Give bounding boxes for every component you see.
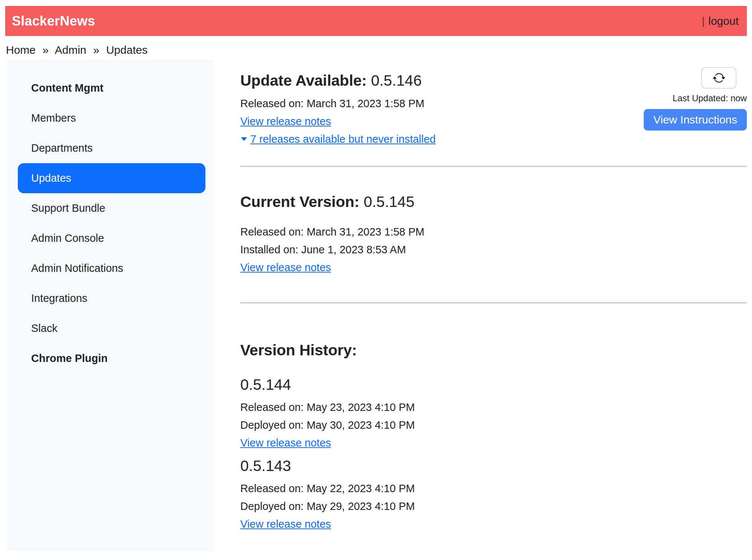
release-notes-link[interactable]: View release notes [240, 518, 331, 530]
current-version-heading: Current Version: 0.5.145 [240, 193, 747, 211]
logout-area: | logout [702, 15, 739, 27]
version-history-section: Version History: 0.5.144 Released on: Ma… [240, 341, 747, 533]
update-available-label: Update Available: [240, 72, 367, 89]
sidebar-item-admin-notifications[interactable]: Admin Notifications [18, 253, 205, 283]
brand-title: SlackerNews [12, 13, 95, 29]
caret-down-icon [240, 135, 248, 143]
sidebar-item-support-bundle[interactable]: Support Bundle [18, 193, 205, 223]
breadcrumb-separator: » [42, 44, 49, 56]
version-history-heading: Version History: [240, 341, 747, 359]
last-updated-text: Last Updated: now [673, 92, 747, 104]
version-history-entry: 0.5.144 Released on: May 23, 2023 4:10 P… [240, 376, 747, 452]
current-version-number: 0.5.145 [364, 193, 415, 210]
update-available-version: 0.5.146 [371, 72, 422, 89]
release-notes-link[interactable]: View release notes [240, 261, 331, 273]
sidebar-item-chrome-plugin[interactable]: Chrome Plugin [18, 343, 205, 373]
release-notes-link[interactable]: View release notes [240, 115, 331, 127]
sidebar-item-departments[interactable]: Departments [18, 133, 205, 163]
breadcrumb-admin[interactable]: Admin [55, 44, 86, 56]
logout-link[interactable]: logout [708, 15, 739, 27]
released-on-text: Released on: March 31, 2023 1:58 PM [240, 223, 747, 241]
breadcrumb-updates[interactable]: Updates [106, 44, 148, 56]
sidebar-item-members[interactable]: Members [18, 103, 205, 133]
sidebar-item-admin-console[interactable]: Admin Console [18, 223, 205, 253]
view-instructions-button[interactable]: View Instructions [644, 109, 747, 131]
released-on-text: Released on: May 22, 2023 4:10 PM [240, 480, 747, 497]
release-notes-link[interactable]: View release notes [240, 437, 331, 449]
current-version-label: Current Version: [240, 193, 359, 210]
sidebar-item-slack[interactable]: Slack [18, 313, 205, 343]
current-version-section: Current Version: 0.5.145 Released on: Ma… [240, 193, 747, 276]
main-content: Last Updated: now View Instructions Upda… [214, 60, 747, 533]
sidebar-item-updates[interactable]: Updates [18, 163, 205, 193]
refresh-button[interactable] [701, 67, 736, 89]
main-layout: Content Mgmt Members Departments Updates… [5, 60, 747, 551]
installed-on-text: Installed on: June 1, 2023 8:53 AM [240, 241, 747, 258]
releases-toggle-line: 7 releases available but never installed [240, 130, 747, 148]
sidebar-item-content-mgmt[interactable]: Content Mgmt [18, 73, 205, 103]
releases-toggle-link[interactable]: 7 releases available but never installed [250, 130, 436, 148]
version-history-entry: 0.5.143 Released on: May 22, 2023 4:10 P… [240, 457, 747, 533]
sidebar-item-integrations[interactable]: Integrations [18, 283, 205, 313]
top-header-bar: SlackerNews | logout [5, 6, 747, 36]
released-on-text: Released on: May 23, 2023 4:10 PM [240, 398, 747, 416]
breadcrumb-separator: » [93, 44, 99, 56]
breadcrumb: Home » Admin » Updates [6, 43, 747, 57]
version-number: 0.5.144 [240, 376, 747, 394]
divider [240, 166, 747, 167]
divider [240, 302, 747, 303]
page: SlackerNews | logout Home » Admin » Upda… [0, 0, 752, 551]
deployed-on-text: Deployed on: May 29, 2023 4:10 PM [240, 497, 747, 515]
refresh-icon [713, 72, 725, 84]
sidebar: Content Mgmt Members Departments Updates… [7, 60, 214, 551]
breadcrumb-home[interactable]: Home [6, 44, 36, 56]
deployed-on-text: Deployed on: May 30, 2023 4:10 PM [240, 416, 747, 434]
logout-separator: | [702, 15, 705, 27]
version-number: 0.5.143 [240, 457, 747, 475]
update-actions: Last Updated: now View Instructions [644, 67, 747, 131]
